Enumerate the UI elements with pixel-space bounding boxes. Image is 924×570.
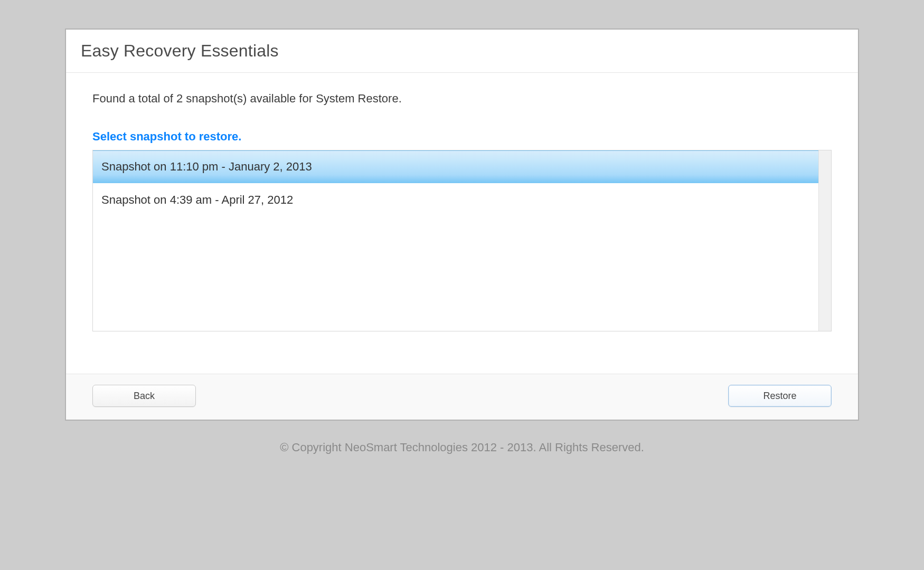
snapshot-row-label: Snapshot on 4:39 am - April 27, 2012 [101, 193, 293, 207]
back-button[interactable]: Back [92, 385, 196, 407]
scrollbar-track[interactable] [818, 150, 831, 331]
snapshot-row[interactable]: Snapshot on 4:39 am - April 27, 2012 [93, 183, 818, 216]
select-snapshot-heading: Select snapshot to restore. [92, 130, 832, 144]
status-text: Found a total of 2 snapshot(s) available… [92, 92, 832, 106]
snapshot-list-body: Snapshot on 11:10 pm - January 2, 2013 S… [93, 150, 818, 331]
footer-bar: Back Restore [66, 374, 858, 420]
app-window: Easy Recovery Essentials Found a total o… [65, 28, 859, 421]
app-title: Easy Recovery Essentials [81, 41, 843, 61]
content-area: Found a total of 2 snapshot(s) available… [66, 73, 858, 374]
titlebar: Easy Recovery Essentials [66, 30, 858, 73]
restore-button[interactable]: Restore [728, 385, 832, 407]
snapshot-row-label: Snapshot on 11:10 pm - January 2, 2013 [101, 160, 312, 174]
snapshot-row[interactable]: Snapshot on 11:10 pm - January 2, 2013 [93, 150, 818, 183]
copyright-text: © Copyright NeoSmart Technologies 2012 -… [0, 441, 924, 454]
snapshot-list: Snapshot on 11:10 pm - January 2, 2013 S… [92, 150, 832, 331]
